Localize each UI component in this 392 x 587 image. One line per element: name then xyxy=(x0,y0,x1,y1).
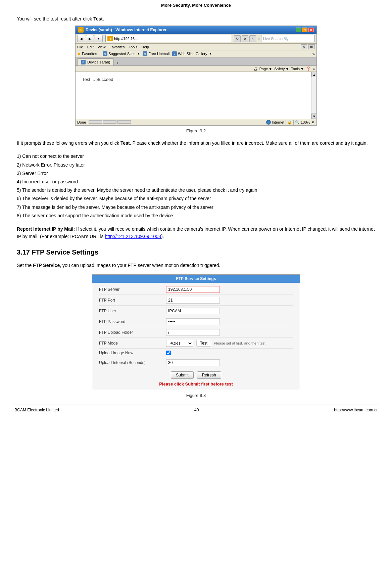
lock-icon: 🔒 xyxy=(287,120,292,125)
ftp-port-row: FTP Port xyxy=(99,297,293,306)
new-tab-button[interactable]: + xyxy=(116,60,118,65)
ftp-server-input[interactable] xyxy=(166,286,220,293)
minimize-button[interactable]: ─ xyxy=(296,28,301,32)
safety-arrow: ▼ xyxy=(285,67,289,71)
forward-button[interactable]: ▶ xyxy=(86,35,94,42)
ftp-mode-row: FTP Mode PORT Test Please set at first, … xyxy=(99,340,293,349)
suggested-sites-icon: e xyxy=(103,51,107,56)
status-lock-area: 🔒 xyxy=(287,120,292,125)
browser-tab-device[interactable]: e Device(sarah) xyxy=(77,58,114,65)
progress-bar xyxy=(89,120,102,124)
report-link[interactable]: http://121.213.109.69:1008 xyxy=(105,234,161,239)
zoom-text: 100% xyxy=(301,120,310,124)
refresh-icon[interactable]: ↻ xyxy=(234,35,241,42)
scroll-up-button[interactable]: ▲ xyxy=(311,72,317,77)
ftp-test-note: Please set at first, and then test. xyxy=(214,341,266,345)
internet-globe-icon xyxy=(266,120,271,125)
safety-menu-btn[interactable]: Safety ▼ xyxy=(274,67,289,71)
ftp-submit-button[interactable]: Submit xyxy=(171,371,193,379)
ftp-server-label: FTP Server xyxy=(99,287,166,292)
address-icon: IE xyxy=(107,36,113,41)
search-icon[interactable]: 🔍 xyxy=(284,37,289,41)
favorites-button[interactable]: ★ Favorites xyxy=(77,51,97,56)
suggested-sites-item[interactable]: e Suggested Sites ▼ xyxy=(103,51,140,56)
error-intro-before: If it prompts these following errors whe… xyxy=(17,140,120,146)
ftp-mode-field: PORT xyxy=(166,340,193,347)
progress-bar3 xyxy=(117,120,131,124)
suggested-sites-label: Suggested Sites xyxy=(108,52,135,56)
fav-bar-expand[interactable]: » xyxy=(312,51,315,56)
menu-x-btn[interactable]: ✕ xyxy=(301,44,307,49)
status-left: Done xyxy=(77,120,131,124)
page-menu-btn[interactable]: Page ▼ xyxy=(259,67,273,71)
error-item-3: 3) Server Error xyxy=(17,169,375,178)
web-slice-icon: e xyxy=(172,51,177,56)
ftp-upload-image-checkbox[interactable] xyxy=(166,351,171,355)
free-hotmail-item[interactable]: e Free Hotmail xyxy=(143,51,169,56)
ftp-password-input[interactable] xyxy=(166,318,220,325)
browser-action-icons[interactable]: ↻ ✕ ⌂ xyxy=(234,35,256,42)
scroll-down-button[interactable]: ▼ xyxy=(311,114,317,119)
ftp-user-label: FTP User xyxy=(99,309,166,313)
search-box[interactable]: Live Search 🔍 xyxy=(261,35,315,42)
web-slice-gallery-item[interactable]: e Web Slice Gallery ▼ xyxy=(172,51,212,56)
zoom-control[interactable]: 🔍 100% ▼ xyxy=(295,120,315,125)
close-button[interactable]: ✕ xyxy=(308,28,314,32)
browser-window-controls[interactable]: ─ □ ✕ xyxy=(296,28,314,32)
menu-close-btns[interactable]: ✕ ⊞ xyxy=(301,44,315,49)
ftp-screenshot: FTP Service Settings FTP Server FTP Port… xyxy=(92,274,300,390)
header-title: More Security, More Convenience xyxy=(161,3,231,8)
ftp-interval-input[interactable] xyxy=(166,359,220,366)
browser-content-area: Test ... Succeed ▲ ▼ xyxy=(76,72,316,119)
nav-buttons[interactable]: ◀ ▶ ▼ xyxy=(77,35,103,42)
home-icon[interactable]: ⌂ xyxy=(249,35,256,42)
zoom-arrow: ▼ xyxy=(311,120,315,124)
expand-btn[interactable]: » xyxy=(313,67,315,71)
ftp-warning-text: Please click Submit first before test xyxy=(99,381,293,387)
page-footer: IBCAM Electronic Limited 40 http://www.i… xyxy=(13,405,379,415)
ftp-mode-select[interactable]: PORT xyxy=(166,340,193,347)
ftp-form-body: FTP Server FTP Port FTP User FTP Passwor… xyxy=(92,283,300,390)
tools-menu-btn[interactable]: Tools ▼ xyxy=(291,67,304,71)
status-zone-text: Internet xyxy=(272,120,284,124)
error-intro: If it prompts these following errors whe… xyxy=(17,139,375,147)
ftp-port-label: FTP Port xyxy=(99,298,166,303)
ftp-user-row: FTP User xyxy=(99,308,293,316)
menu-file[interactable]: File xyxy=(77,45,83,49)
browser-logo-icon: IE xyxy=(78,27,84,33)
menu-help[interactable]: Help xyxy=(141,45,149,49)
ftp-password-label: FTP Password xyxy=(99,319,166,324)
intro-before: You will see the test result after click xyxy=(17,16,93,21)
browser-scrollbar[interactable]: ▲ ▼ xyxy=(311,72,316,119)
figure2-caption: Figure 9.3 xyxy=(17,393,375,398)
favorites-label: Favorites xyxy=(82,52,97,56)
ftp-test-button[interactable]: Test xyxy=(196,340,211,347)
ftp-port-input[interactable] xyxy=(166,297,220,304)
browser-tabbar: e Device(sarah) + xyxy=(76,57,316,66)
menu-tools[interactable]: Tools xyxy=(129,45,138,49)
ftp-folder-input[interactable] xyxy=(166,329,220,336)
ftp-user-input[interactable] xyxy=(166,308,220,314)
browser-menubar: File Edit View Favorites Tools Help ✕ ⊞ xyxy=(76,44,316,50)
ftp-refresh-button[interactable]: Refresh xyxy=(197,371,221,379)
menu-view[interactable]: View xyxy=(98,45,106,49)
help-menu-btn[interactable]: ❓ xyxy=(306,66,311,71)
menu-favorites[interactable]: Favorites xyxy=(109,45,125,49)
dropdown-button[interactable]: ▼ xyxy=(95,35,103,42)
tab-toolbar-right: 🖨 Page ▼ Safety ▼ Tools ▼ ❓ » xyxy=(254,66,315,71)
search-placeholder: Live Search xyxy=(263,37,283,41)
browser-content-text: Test ... Succeed xyxy=(82,77,113,82)
address-bar[interactable]: IE http://192.16... xyxy=(105,35,231,42)
ftp-test-row: Test Please set at first, and then test. xyxy=(196,340,266,347)
stop-icon[interactable]: ✕ xyxy=(242,35,248,42)
browser-statusbar: Done Internet 🔒 🔍 1 xyxy=(76,119,316,125)
print-button[interactable]: 🖨 xyxy=(254,67,257,71)
menu-x-btn2[interactable]: ⊞ xyxy=(308,44,315,49)
maximize-button[interactable]: □ xyxy=(302,28,307,32)
ie-logo-area: ⊞ Live Search 🔍 xyxy=(257,35,315,42)
back-button[interactable]: ◀ xyxy=(77,35,85,42)
menu-edit[interactable]: Edit xyxy=(87,45,94,49)
ftp-title-bar: FTP Service Settings xyxy=(92,275,300,283)
ftp-mode-label: FTP Mode xyxy=(99,341,166,346)
ftp-intro-after: , you can upload images to your FTP serv… xyxy=(60,263,220,268)
